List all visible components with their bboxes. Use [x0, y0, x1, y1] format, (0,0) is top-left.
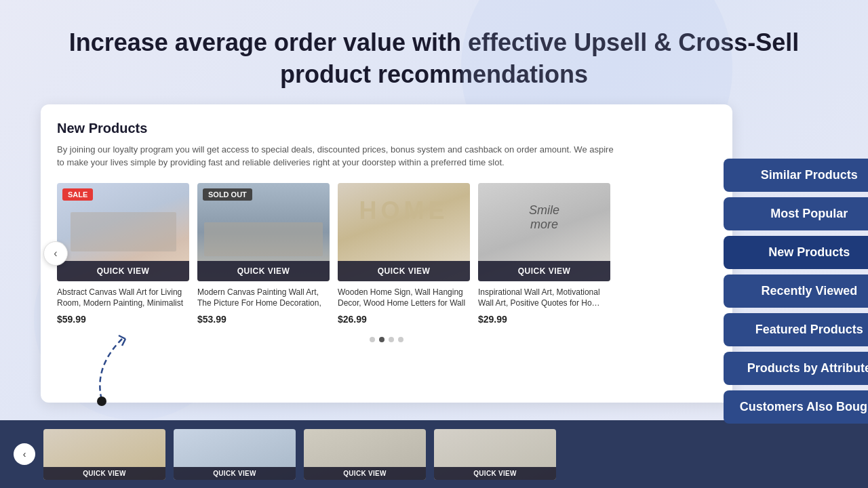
product-image-wrapper: SOLD OUT QUICK VIEW: [197, 183, 330, 281]
widget-card: New Products By joining our loyalty prog…: [41, 104, 732, 403]
product-price: $26.99: [338, 314, 470, 325]
home-decoration-text: HOME: [359, 197, 449, 225]
quick-view-button[interactable]: QUICK VIEW: [478, 261, 610, 281]
product-name: Inspirational Wall Art, Motivational Wal…: [478, 287, 610, 310]
recently-viewed-button[interactable]: Recently Viewed: [724, 274, 868, 308]
carousel-dot[interactable]: [398, 337, 403, 342]
product-price: $29.99: [478, 314, 610, 325]
carousel-dot[interactable]: [389, 337, 394, 342]
bottom-product-card: QUICK VIEW: [43, 429, 165, 480]
bottom-product-card: QUICK VIEW: [304, 429, 426, 480]
header-section: Increase average order value with effect…: [0, 0, 868, 104]
product-name: Wooden Home Sign, Wall Hanging Decor, Wo…: [338, 287, 470, 310]
smile-decoration-text: Smilemore: [529, 203, 559, 232]
title-bold: Increase average order value: [69, 28, 406, 56]
bottom-product-card: QUICK VIEW: [174, 429, 296, 480]
recommendation-buttons-panel: Similar Products Most Popular New Produc…: [724, 159, 868, 424]
product-price: $59.99: [57, 314, 189, 325]
widget-description: By joining our loyalty program you will …: [57, 143, 617, 169]
quick-view-button[interactable]: QUICK VIEW: [57, 261, 189, 281]
soldout-badge: SOLD OUT: [203, 188, 252, 201]
arrow-decoration: [81, 332, 136, 413]
carousel-dot[interactable]: [370, 337, 375, 342]
sale-badge: SALE: [62, 188, 93, 201]
most-popular-button[interactable]: Most Popular: [724, 197, 868, 230]
featured-products-button[interactable]: Featured Products: [724, 313, 868, 346]
quick-view-button[interactable]: QUICK VIEW: [197, 261, 330, 281]
products-row: ‹ SALE QUICK VIEW Abstract Canvas Wall A…: [57, 183, 716, 325]
product-image-wrapper: SALE QUICK VIEW: [57, 183, 189, 281]
bottom-quick-view-button[interactable]: QUICK VIEW: [43, 467, 165, 480]
bottom-quick-view-button[interactable]: QUICK VIEW: [174, 467, 296, 480]
product-price: $53.99: [197, 314, 330, 325]
product-name: Abstract Canvas Wall Art for Living Room…: [57, 287, 189, 310]
bottom-prev-button[interactable]: ‹: [14, 443, 35, 465]
bottom-area: ‹ QUICK VIEW QUICK VIEW QUICK VIEW QUICK…: [0, 420, 868, 488]
prev-button[interactable]: ‹: [43, 241, 68, 266]
product-image-wrapper: Smilemore QUICK VIEW: [478, 183, 610, 281]
product-name: Modern Canvas Painting Wall Art, The Pic…: [197, 287, 330, 310]
carousel-dots: [57, 337, 716, 342]
product-card: HOME QUICK VIEW Wooden Home Sign, Wall H…: [338, 183, 470, 325]
product-card: SOLD OUT QUICK VIEW Modern Canvas Painti…: [197, 183, 330, 325]
similar-products-button[interactable]: Similar Products: [724, 159, 868, 192]
products-by-attribute-button[interactable]: Products by Attribute: [724, 352, 868, 385]
product-image-wrapper: HOME QUICK VIEW: [338, 183, 470, 281]
svg-point-0: [97, 396, 106, 406]
customers-also-bought-button[interactable]: Customers Also Bought: [724, 390, 868, 424]
product-card: Smilemore QUICK VIEW Inspirational Wall …: [478, 183, 610, 325]
bottom-quick-view-button[interactable]: QUICK VIEW: [434, 467, 556, 480]
bottom-product-card: QUICK VIEW: [434, 429, 556, 480]
product-card: SALE QUICK VIEW Abstract Canvas Wall Art…: [57, 183, 189, 325]
quick-view-button[interactable]: QUICK VIEW: [338, 261, 470, 281]
new-products-button[interactable]: New Products: [724, 236, 868, 269]
bottom-quick-view-button[interactable]: QUICK VIEW: [304, 467, 426, 480]
carousel-dot-active[interactable]: [379, 337, 384, 342]
widget-title: New Products: [57, 121, 716, 136]
